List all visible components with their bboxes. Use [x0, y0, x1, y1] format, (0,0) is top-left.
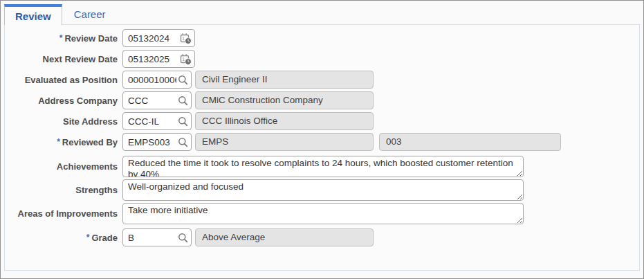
- next-review-date-input[interactable]: [128, 54, 178, 64]
- achievements-textarea[interactable]: Reduced the time it took to resolve comp…: [122, 156, 524, 177]
- areas-of-improvements-row: Areas of Improvements Take more initiati…: [5, 203, 639, 224]
- evaluated-as-position-description: Civil Engineer II: [195, 71, 374, 89]
- calendar-icon[interactable]: 1: [180, 33, 192, 44]
- next-review-date-row: Next Review Date 1: [5, 50, 639, 68]
- site-address-description: CCC Illinois Office: [195, 112, 374, 130]
- evaluated-as-position-field: [122, 71, 192, 89]
- svg-text:1: 1: [182, 35, 185, 40]
- tab-review-label: Review: [15, 10, 51, 22]
- evaluated-as-position-input[interactable]: [128, 75, 176, 85]
- areas-of-improvements-label: Areas of Improvements: [18, 208, 118, 219]
- strengths-textarea[interactable]: Well-organized and focused: [122, 179, 524, 201]
- reviewed-by-label: Reviewed By: [62, 137, 118, 147]
- review-form-window: Review Career *Review Date 1 Next Review…: [0, 0, 644, 279]
- evaluated-as-position-label: Evaluated as Position: [25, 75, 118, 85]
- address-company-row: Address Company CMiC Construction Compan…: [5, 91, 639, 109]
- required-marker: *: [86, 233, 90, 242]
- grade-row: *Grade Above Average: [5, 228, 639, 246]
- reviewed-by-input[interactable]: [128, 137, 176, 147]
- reviewed-by-row: *Reviewed By EMPS 003: [5, 133, 639, 151]
- address-company-description: CMiC Construction Company: [195, 91, 374, 109]
- site-address-row: Site Address CCC Illinois Office: [5, 112, 639, 130]
- search-icon[interactable]: [178, 137, 188, 147]
- review-date-row: *Review Date 1: [5, 29, 639, 47]
- next-review-date-field: 1: [122, 50, 195, 68]
- reviewed-by-field: [122, 133, 192, 151]
- review-date-input[interactable]: [128, 33, 178, 44]
- address-company-input[interactable]: [128, 96, 176, 106]
- grade-description: Above Average: [195, 228, 374, 246]
- review-date-label: Review Date: [64, 33, 118, 44]
- grade-label: Grade: [91, 233, 118, 243]
- achievements-label: Achievements: [57, 161, 118, 172]
- grade-field: [122, 228, 192, 246]
- areas-of-improvements-textarea[interactable]: Take more initiative: [122, 203, 524, 224]
- search-icon[interactable]: [178, 75, 188, 85]
- svg-text:1: 1: [182, 56, 185, 61]
- search-icon[interactable]: [178, 96, 188, 106]
- address-company-field: [122, 91, 192, 109]
- tab-bar: Review Career: [1, 1, 643, 25]
- tab-career[interactable]: Career: [64, 3, 116, 25]
- tab-review[interactable]: Review: [4, 4, 62, 26]
- address-company-label: Address Company: [38, 96, 118, 106]
- required-marker: *: [57, 137, 60, 147]
- achievements-row: Achievements Reduced the time it took to…: [5, 156, 639, 177]
- strengths-label: Strengths: [75, 185, 118, 195]
- next-review-date-label: Next Review Date: [43, 54, 118, 64]
- evaluated-as-position-row: Evaluated as Position Civil Engineer II: [5, 71, 639, 89]
- reviewed-by-description: EMPS: [195, 133, 374, 151]
- tab-career-label: Career: [74, 8, 106, 20]
- search-icon[interactable]: [178, 233, 188, 243]
- review-form-panel: *Review Date 1 Next Review Date 1 Evalua…: [4, 24, 640, 271]
- calendar-icon[interactable]: 1: [180, 53, 192, 65]
- reviewed-by-extra: 003: [379, 133, 561, 151]
- grade-input[interactable]: [128, 233, 176, 243]
- review-date-field: 1: [122, 29, 195, 47]
- site-address-label: Site Address: [63, 116, 118, 127]
- search-icon[interactable]: [178, 116, 188, 127]
- site-address-field: [122, 112, 192, 130]
- strengths-row: Strengths Well-organized and focused: [5, 179, 639, 201]
- required-marker: *: [59, 33, 63, 43]
- site-address-input[interactable]: [128, 116, 176, 127]
